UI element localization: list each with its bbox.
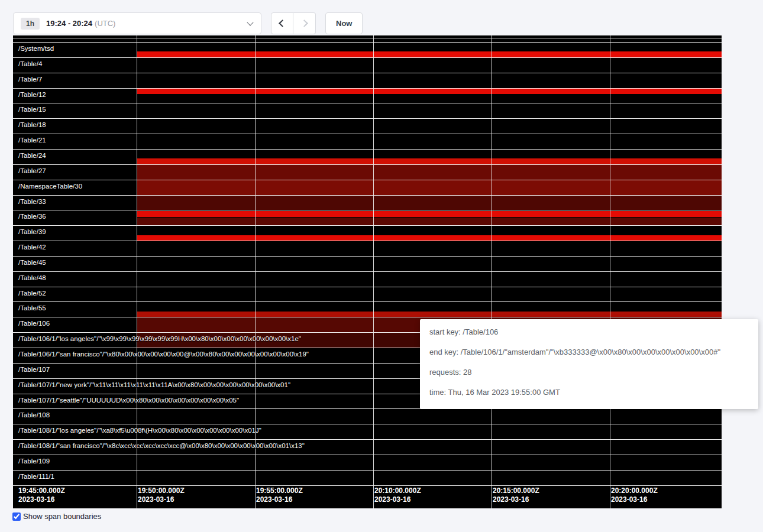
heatmap-bar[interactable] <box>137 51 722 57</box>
x-axis-label: 20:20:00.000Z2023-03-16 <box>611 486 658 504</box>
time-gridline <box>610 35 610 508</box>
x-axis-time: 20:15:00.000Z <box>493 486 539 495</box>
range-label: 19:24 - 20:24(UTC) <box>46 19 115 28</box>
row-label: /Table/108/1/"los angeles"/"\xa8\xf5\u00… <box>18 427 261 434</box>
x-axis-time: 19:45:00.000Z <box>18 486 65 495</box>
row-label: /Table/18 <box>18 121 46 129</box>
x-axis-date: 2023-03-16 <box>611 495 658 504</box>
heatmap-bar[interactable] <box>137 180 722 195</box>
row-label: /Table/21 <box>18 137 46 144</box>
row-label: /Table/27 <box>18 167 46 175</box>
span-boundary-line <box>13 470 722 471</box>
row-label: /Table/15 <box>18 106 46 113</box>
row-label: /Table/108 <box>18 411 50 419</box>
tooltip-start-key: start key: /Table/106 <box>429 322 749 342</box>
row-label: /Table/111/1 <box>18 473 54 481</box>
row-label: /Table/33 <box>18 198 46 206</box>
tooltip-end-key: end key: /Table/106/1/"amsterdam"/"\xb33… <box>429 342 749 362</box>
row-label: /Table/106/1/"los angeles"/"\x99\x99\x99… <box>18 335 301 343</box>
x-axis-date: 2023-03-16 <box>374 495 421 504</box>
row-label: /Table/52 <box>18 290 46 297</box>
span-boundary-line <box>13 103 722 103</box>
x-axis-label: 20:10:00.000Z2023-03-16 <box>374 486 421 504</box>
time-gridline <box>255 35 256 508</box>
row-label: /Table/7 <box>18 76 42 83</box>
row-label: /Table/107 <box>18 366 50 374</box>
row-label: /Table/107/1/"new york"/"\x11\x11\x11\x1… <box>18 381 290 389</box>
chevron-right-icon <box>300 20 308 27</box>
toolbar: 1h 19:24 - 20:24(UTC) Now <box>13 12 363 34</box>
x-axis-date: 2023-03-16 <box>493 495 539 504</box>
heatmap-bar[interactable] <box>137 312 722 317</box>
chevron-left-icon <box>279 20 286 27</box>
hover-tooltip: start key: /Table/106 end key: /Table/10… <box>420 319 758 409</box>
time-range-selector[interactable]: 1h 19:24 - 20:24(UTC) <box>13 12 261 34</box>
span-boundary-line <box>13 164 722 165</box>
heatmap-bar[interactable] <box>137 195 722 210</box>
span-boundary-line <box>13 424 722 424</box>
row-label: /Table/4 <box>18 60 42 68</box>
x-axis-label: 19:45:00.000Z2023-03-16 <box>18 486 65 504</box>
span-boundary-line <box>13 88 722 89</box>
span-boundary-line <box>13 271 722 272</box>
span-boundary-line <box>13 256 722 257</box>
now-button[interactable]: Now <box>325 12 363 34</box>
span-boundary-line <box>13 225 722 226</box>
next-range-button[interactable] <box>293 12 316 34</box>
row-label: /Table/24 <box>18 152 46 160</box>
row-label: /System/tsd <box>18 45 54 53</box>
row-label: /Table/108/1/"san francisco"/"\x8c\xcc\x… <box>18 442 305 450</box>
span-boundary-line <box>13 57 722 58</box>
row-label: /Table/36 <box>18 213 46 220</box>
x-axis-time: 20:10:00.000Z <box>374 486 421 495</box>
x-axis-label: 19:55:00.000Z2023-03-16 <box>256 486 303 504</box>
span-boundary-line <box>13 195 722 196</box>
heatmap-bar[interactable] <box>137 165 722 180</box>
time-gridline <box>373 35 374 508</box>
range-timezone: (UTC) <box>95 19 115 28</box>
x-axis-time: 20:20:00.000Z <box>611 486 658 495</box>
prev-range-button[interactable] <box>271 12 293 34</box>
show-span-boundaries-checkbox[interactable] <box>12 512 21 521</box>
x-axis-label: 20:15:00.000Z2023-03-16 <box>493 486 539 504</box>
row-label: /Table/48 <box>18 274 46 282</box>
span-boundary-line <box>13 241 722 241</box>
row-label: /Table/55 <box>18 304 46 312</box>
row-label: /Table/109 <box>18 458 50 465</box>
span-boundary-line <box>13 287 722 287</box>
span-boundary-line <box>13 180 722 180</box>
span-boundary-line <box>13 439 722 440</box>
x-axis-label: 19:50:00.000Z2023-03-16 <box>138 486 185 504</box>
span-boundary-line <box>13 118 722 119</box>
key-visualizer-page: 1h 19:24 - 20:24(UTC) Now /System/tsd/Ta… <box>0 0 763 532</box>
heatmap-bar[interactable] <box>137 88 722 94</box>
heatmap-bar[interactable] <box>137 218 722 226</box>
time-gridline <box>492 35 492 508</box>
tooltip-requests: requests: 28 <box>429 362 749 382</box>
row-label: /NamespaceTable/30 <box>18 183 82 190</box>
footer: Show span boundaries <box>12 512 101 521</box>
row-label: /Table/42 <box>18 244 46 251</box>
span-boundary-line <box>13 73 722 73</box>
range-duration-badge: 1h <box>21 18 40 30</box>
row-label: /Table/107/1/"seattle"/"UUUUUUD\x00\x80\… <box>18 397 239 404</box>
heatmap-bar[interactable] <box>137 158 722 164</box>
heatmap-bar[interactable] <box>137 235 722 241</box>
x-axis-date: 2023-03-16 <box>256 495 303 504</box>
span-boundary-line <box>13 210 722 210</box>
row-label: /Table/12 <box>18 91 46 99</box>
row-label: /Table/45 <box>18 259 46 267</box>
range-times: 19:24 - 20:24 <box>46 19 92 28</box>
span-boundary-line <box>13 149 722 150</box>
x-axis-date: 2023-03-16 <box>18 495 65 504</box>
span-boundary-line <box>13 134 722 134</box>
span-boundary-line <box>13 485 722 486</box>
heatmap-bar[interactable] <box>137 211 722 217</box>
chevron-down-icon <box>247 19 253 25</box>
span-boundary-line <box>13 301 722 302</box>
x-axis-date: 2023-03-16 <box>138 495 185 504</box>
row-label: /Table/39 <box>18 228 46 236</box>
x-axis-time: 19:50:00.000Z <box>138 486 185 495</box>
x-axis-time: 19:55:00.000Z <box>256 486 303 495</box>
key-visualizer-canvas[interactable]: /System/tsd/Table/4/Table/7/Table/12/Tab… <box>13 35 722 508</box>
